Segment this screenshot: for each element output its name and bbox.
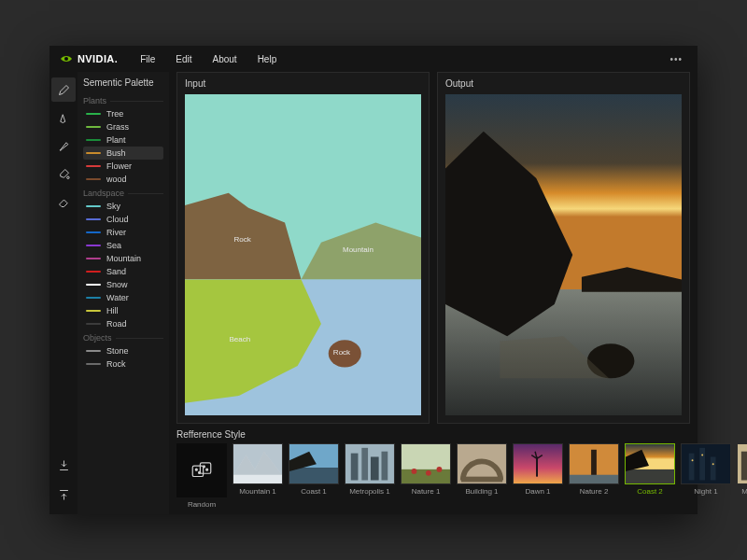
reference-thumb-metropolis-1[interactable]: Metropolis 1 bbox=[345, 443, 395, 496]
palette-item-wood[interactable]: wood bbox=[83, 173, 163, 186]
reference-thumb-building-1[interactable]: Building 1 bbox=[457, 443, 507, 496]
thumbnail-label: Coast 2 bbox=[637, 487, 663, 496]
thumbnail-label: Metropolis 1 bbox=[349, 487, 390, 496]
swatch-icon bbox=[86, 205, 101, 207]
tool-marker[interactable] bbox=[51, 133, 76, 158]
thumbnail-image bbox=[401, 443, 451, 484]
palette-item-tree[interactable]: Tree bbox=[83, 107, 163, 120]
tool-eraser[interactable] bbox=[51, 189, 76, 214]
svg-point-13 bbox=[206, 469, 208, 470]
svg-rect-8 bbox=[192, 466, 203, 476]
thumbnail-image bbox=[457, 443, 507, 484]
thumbnail-image bbox=[737, 443, 747, 484]
palette-item-label: Water bbox=[106, 293, 129, 302]
menubar: NVIDIA. FileEditAboutHelp ••• bbox=[49, 46, 698, 72]
menu-edit[interactable]: Edit bbox=[168, 50, 199, 68]
palette-item-cloud[interactable]: Cloud bbox=[83, 213, 163, 226]
reference-thumb-night-1[interactable]: Night 1 bbox=[681, 443, 731, 496]
swatch-icon bbox=[86, 271, 101, 273]
input-canvas[interactable]: Rock Mountain Beach Rock bbox=[185, 94, 421, 415]
output-panel-title: Output bbox=[438, 73, 689, 94]
swatch-icon bbox=[86, 323, 101, 325]
nvidia-eye-icon bbox=[59, 51, 74, 66]
menu-about[interactable]: About bbox=[205, 50, 245, 68]
svg-point-40 bbox=[692, 459, 694, 461]
palette-item-rock[interactable]: Rock bbox=[83, 357, 163, 371]
menu-file[interactable]: File bbox=[133, 50, 162, 68]
more-button[interactable]: ••• bbox=[664, 50, 688, 68]
palette-item-sand[interactable]: Sand bbox=[83, 265, 163, 278]
tool-pencil[interactable] bbox=[51, 77, 76, 102]
palette-item-stone[interactable]: Stone bbox=[83, 344, 163, 357]
thumbnail-label: Nature 2 bbox=[580, 487, 609, 496]
palette-item-road[interactable]: Road bbox=[83, 317, 163, 330]
palette-item-hill[interactable]: Hill bbox=[83, 304, 163, 317]
palette-item-sea[interactable]: Sea bbox=[83, 239, 163, 252]
palette-item-label: River bbox=[106, 228, 126, 237]
svg-rect-35 bbox=[626, 469, 674, 483]
thumbnail-image bbox=[681, 443, 731, 484]
menu-help[interactable]: Help bbox=[250, 50, 285, 68]
thumbnail-image bbox=[345, 443, 395, 484]
swatch-icon bbox=[86, 284, 101, 286]
reference-thumb-metropolis-2[interactable]: Metropolis 2 bbox=[737, 443, 747, 496]
tray bbox=[49, 453, 78, 514]
swatch-icon bbox=[86, 245, 101, 246]
output-canvas bbox=[445, 94, 682, 415]
reference-thumb-dawn-1[interactable]: Dawn 1 bbox=[513, 443, 563, 496]
svg-rect-37 bbox=[689, 454, 695, 481]
palette-item-label: Road bbox=[106, 319, 127, 329]
palette-item-label: Flower bbox=[106, 161, 132, 171]
svg-rect-28 bbox=[461, 477, 502, 483]
reference-thumb-nature-1[interactable]: Nature 1 bbox=[401, 443, 451, 496]
reference-style-title: Refference Style bbox=[176, 429, 690, 440]
download-button[interactable] bbox=[51, 453, 76, 477]
palette-item-bush[interactable]: Bush bbox=[83, 147, 163, 160]
svg-rect-44 bbox=[741, 452, 747, 481]
reference-thumb-coast-1[interactable]: Coast 1 bbox=[289, 443, 339, 496]
svg-rect-30 bbox=[536, 456, 538, 476]
palette-item-label: Grass bbox=[106, 122, 129, 132]
random-style-button[interactable] bbox=[176, 443, 227, 497]
thumbnail-label: Mountain 1 bbox=[239, 487, 276, 496]
palette-item-grass[interactable]: Grass bbox=[83, 120, 163, 133]
palette-item-water[interactable]: Water bbox=[83, 291, 163, 304]
swatch-icon bbox=[86, 178, 101, 180]
svg-rect-20 bbox=[371, 456, 379, 480]
svg-point-12 bbox=[203, 466, 204, 468]
svg-point-42 bbox=[712, 463, 714, 465]
tool-strip bbox=[49, 72, 78, 514]
thumbnail-label: Building 1 bbox=[465, 487, 498, 496]
reference-thumb-coast-2[interactable]: Coast 2 bbox=[625, 443, 675, 496]
reference-thumb-mountain-1[interactable]: Mountain 1 bbox=[233, 443, 283, 496]
palette-item-river[interactable]: River bbox=[83, 226, 163, 239]
palette-item-sky[interactable]: Sky bbox=[83, 200, 163, 213]
random-style-label: Random bbox=[188, 500, 216, 509]
reference-style-panel: Refference Style RandomMountain 1Coast 1… bbox=[169, 424, 698, 514]
svg-point-41 bbox=[701, 455, 703, 456]
canvas-label-rock: Rock bbox=[233, 235, 253, 244]
palette-title: Sementic Palette bbox=[83, 77, 163, 88]
svg-rect-33 bbox=[570, 475, 618, 484]
palette-group-landspace: Landspace bbox=[83, 186, 163, 200]
tool-pen[interactable] bbox=[51, 105, 76, 130]
palette-item-label: Tree bbox=[106, 109, 123, 119]
swatch-icon bbox=[86, 139, 101, 141]
palette-item-label: Sand bbox=[106, 267, 126, 276]
upload-button[interactable] bbox=[51, 483, 76, 507]
brand-name: NVIDIA. bbox=[78, 53, 118, 64]
palette-item-mountain[interactable]: Mountain bbox=[83, 252, 163, 265]
palette-item-plant[interactable]: Plant bbox=[83, 133, 163, 147]
tool-bucket[interactable] bbox=[51, 161, 76, 186]
palette-item-label: Sea bbox=[106, 241, 121, 250]
stage: Input Rock Mountain Beach bbox=[169, 72, 698, 514]
input-panel-title: Input bbox=[177, 73, 429, 94]
canvas-label-rock2: Rock bbox=[331, 348, 352, 357]
palette-item-label: Plant bbox=[106, 135, 126, 145]
thumbnail-image bbox=[233, 443, 283, 484]
palette-item-snow[interactable]: Snow bbox=[83, 278, 163, 291]
reference-thumb-nature-2[interactable]: Nature 2 bbox=[569, 443, 619, 496]
svg-point-26 bbox=[437, 467, 443, 472]
palette-item-flower[interactable]: Flower bbox=[83, 160, 163, 173]
svg-point-25 bbox=[426, 470, 431, 476]
